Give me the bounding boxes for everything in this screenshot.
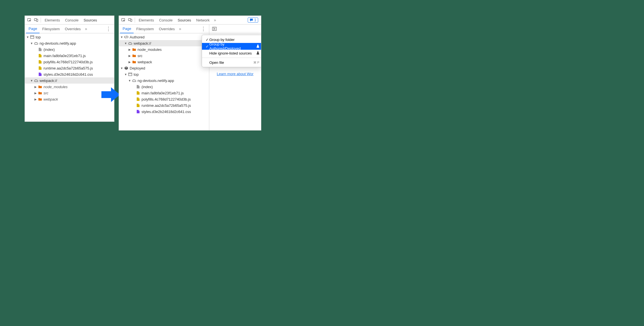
- folder-icon: [38, 84, 42, 89]
- svg-rect-2: [36, 19, 38, 21]
- frame-icon: [128, 72, 132, 77]
- subtab-overrides[interactable]: Overrides: [62, 25, 83, 33]
- menu-separator: [202, 58, 261, 58]
- tree-label: styles.d3e2b24618d2c641.css: [142, 110, 191, 114]
- tab-elements[interactable]: Elements: [136, 16, 156, 25]
- tab-sources[interactable]: Sources: [175, 16, 194, 25]
- devtools-panel-after: Elements Console Sources Network » 1 Pag…: [119, 16, 261, 131]
- tree-label: main.fa8bfa0e23f1eb71.js: [43, 54, 86, 58]
- tree-label: runtime.aa2dc5a72b65a575.js: [142, 103, 191, 108]
- menu-label: Open file: [209, 60, 253, 65]
- check-icon: ✓: [205, 44, 209, 49]
- deployed-icon: [124, 66, 129, 70]
- js-file-icon: [136, 103, 140, 108]
- code-icon: [124, 35, 129, 39]
- subtab-page[interactable]: Page: [26, 25, 40, 33]
- js-file-icon: [136, 97, 140, 101]
- issues-badge[interactable]: 1: [248, 18, 258, 23]
- svg-rect-3: [31, 36, 34, 38]
- cloud-icon: [34, 41, 38, 45]
- separator: [41, 18, 41, 23]
- beaker-icon: [256, 44, 259, 48]
- tree-item-file[interactable]: main.fa8bfa0e23f1eb71.js: [25, 53, 114, 59]
- tree-label: polyfills.4c768d7122740d3b.js: [142, 97, 191, 101]
- tab-network[interactable]: Network: [194, 16, 212, 25]
- subtab-overrides[interactable]: Overrides: [156, 25, 177, 33]
- tab-elements[interactable]: Elements: [42, 16, 62, 25]
- tree-item-file[interactable]: main.fa8bfa0e23f1eb71.js: [119, 90, 209, 96]
- more-options-icon[interactable]: ⋮: [104, 26, 113, 32]
- tree-item-webpack[interactable]: ▼ webpack://: [25, 77, 114, 84]
- disclosure-right-icon: ▶: [34, 85, 37, 88]
- tree-item-folder[interactable]: ▶ webpack: [119, 59, 209, 65]
- frame-icon: [30, 35, 34, 39]
- check-icon: ✓: [205, 38, 209, 42]
- tab-console[interactable]: Console: [62, 16, 81, 25]
- issues-count: 1: [254, 18, 256, 22]
- tree-item-file[interactable]: polyfills.4c768d7122740d3b.js: [119, 96, 209, 102]
- inspect-icon[interactable]: [26, 17, 33, 23]
- disclosure-right-icon: ▶: [128, 54, 131, 57]
- main-tabs: Elements Console Sources: [25, 16, 114, 25]
- tree-item-index[interactable]: (index): [119, 84, 209, 90]
- tree-label: webpack: [138, 60, 152, 64]
- menu-label: Hide ignore-listed sources: [209, 51, 255, 55]
- subtab-page[interactable]: Page: [120, 25, 134, 33]
- menu-group-authored[interactable]: ✓ Group by Authored/Deployed: [202, 43, 261, 50]
- tree-label: Authored: [130, 35, 145, 39]
- tree-item-folder[interactable]: ▶ node_modules: [119, 46, 209, 53]
- toggle-pane-icon[interactable]: [211, 25, 218, 32]
- disclosure-right-icon: ▶: [34, 98, 37, 101]
- beaker-icon: [256, 51, 259, 55]
- tree-item-file[interactable]: styles.d3e2b24618d2c641.css: [25, 71, 114, 77]
- tree-item-file[interactable]: polyfills.4c768d7122740d3b.js: [25, 59, 114, 65]
- js-file-icon: [136, 91, 140, 95]
- device-toolbar-icon[interactable]: [33, 17, 40, 23]
- disclosure-down-icon: ▼: [124, 73, 127, 76]
- disclosure-down-icon: ▼: [120, 67, 123, 70]
- device-toolbar-icon[interactable]: [127, 17, 134, 23]
- tree-item-file[interactable]: runtime.aa2dc5a72b65a575.js: [25, 65, 114, 71]
- cloud-icon: [34, 78, 38, 83]
- tree-item-deployed[interactable]: ▼ Deployed: [119, 65, 209, 71]
- subtab-filesystem[interactable]: Filesystem: [40, 25, 62, 33]
- disclosure-right-icon: ▶: [128, 60, 131, 64]
- tree-label: top: [134, 72, 139, 77]
- more-options-icon[interactable]: ⋮: [199, 26, 208, 32]
- svg-rect-7: [130, 19, 132, 21]
- tree-item-file[interactable]: styles.d3e2b24618d2c641.css: [119, 108, 209, 115]
- subtab-filesystem[interactable]: Filesystem: [134, 25, 156, 33]
- tree-label: (index): [43, 47, 55, 52]
- navigator-tabs: Page Filesystem Overrides » ⋮: [119, 25, 209, 33]
- more-tabs-icon[interactable]: »: [212, 18, 218, 22]
- tree-item-webpack[interactable]: ▼ webpack://: [119, 40, 209, 46]
- tree-label: (index): [142, 85, 153, 89]
- tree-item-top[interactable]: ▼ top: [119, 71, 209, 77]
- menu-open-file[interactable]: Open file ⌘ P: [202, 59, 261, 66]
- tree-item-folder[interactable]: ▶ src: [119, 53, 209, 59]
- arrow-icon: [101, 86, 121, 103]
- js-file-icon: [38, 66, 42, 70]
- inspect-icon[interactable]: [120, 17, 127, 23]
- more-tabs-icon[interactable]: »: [177, 27, 183, 31]
- tab-sources[interactable]: Sources: [81, 16, 100, 25]
- js-file-icon: [38, 60, 42, 64]
- learn-more-link[interactable]: Learn more about Wor: [217, 72, 254, 76]
- tree-item-index[interactable]: (index): [25, 46, 114, 53]
- tree-item-domain[interactable]: ▼ ng-devtools.netlify.app: [25, 40, 114, 46]
- folder-icon: [38, 97, 42, 101]
- tree-label: styles.d3e2b24618d2c641.css: [43, 72, 93, 77]
- menu-label: Group by folder: [209, 38, 259, 42]
- tree-label: webpack://: [134, 41, 151, 45]
- more-tabs-icon[interactable]: »: [83, 27, 89, 31]
- tab-console[interactable]: Console: [156, 16, 175, 25]
- tree-item-domain[interactable]: ▼ ng-devtools.netlify.app: [119, 77, 209, 84]
- folder-icon: [132, 47, 136, 52]
- separator: [135, 18, 135, 23]
- tree-item-top[interactable]: ▼ top: [25, 34, 114, 40]
- tree-label: node_modules: [138, 47, 162, 52]
- tree-item-authored[interactable]: ▼ Authored: [119, 34, 209, 40]
- tree-item-file[interactable]: runtime.aa2dc5a72b65a575.js: [119, 102, 209, 108]
- tree-label: ng-devtools.netlify.app: [40, 41, 76, 45]
- menu-hide-ignore[interactable]: Hide ignore-listed sources: [202, 50, 261, 56]
